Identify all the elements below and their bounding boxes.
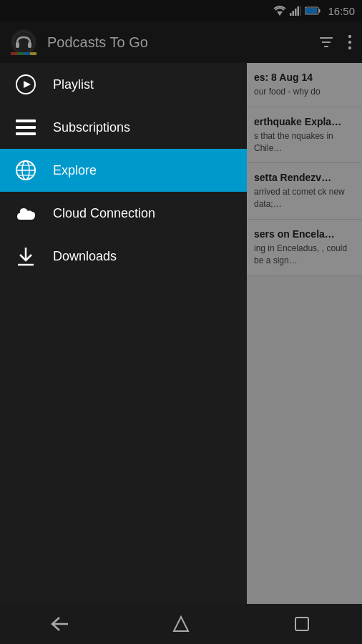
sidebar-item-cloud-connection[interactable]: Cloud Connection xyxy=(0,192,247,235)
svg-rect-27 xyxy=(16,132,36,135)
sidebar-item-playlist-label: Playlist xyxy=(53,77,94,92)
cloud-icon xyxy=(14,202,37,225)
home-button[interactable] xyxy=(160,610,202,638)
svg-marker-24 xyxy=(24,81,31,88)
globe-icon xyxy=(14,159,37,182)
recents-button[interactable] xyxy=(280,610,323,638)
back-button[interactable] xyxy=(39,610,82,638)
svg-rect-26 xyxy=(16,126,36,129)
sidebar-item-cloud-label: Cloud Connection xyxy=(53,206,155,221)
sidebar-item-playlist[interactable]: Playlist xyxy=(0,63,247,106)
bottom-nav-bar xyxy=(0,604,362,644)
download-icon xyxy=(14,245,37,268)
sidebar-item-downloads-label: Downloads xyxy=(53,249,117,264)
svg-rect-25 xyxy=(16,119,36,122)
sidebar-item-subscriptions[interactable]: Subscriptions xyxy=(0,106,247,149)
sidebar-item-explore-label: Explore xyxy=(53,163,97,178)
svg-marker-36 xyxy=(174,617,188,631)
sidebar-item-explore[interactable]: Explore xyxy=(0,149,247,192)
navigation-drawer: Playlist Subscriptions Explore xyxy=(0,63,247,604)
sidebar-item-downloads[interactable]: Downloads xyxy=(0,235,247,278)
sidebar-item-subscriptions-label: Subscriptions xyxy=(53,120,130,135)
subscriptions-icon xyxy=(14,116,37,139)
svg-rect-37 xyxy=(295,618,308,630)
play-circle-icon xyxy=(14,73,37,96)
